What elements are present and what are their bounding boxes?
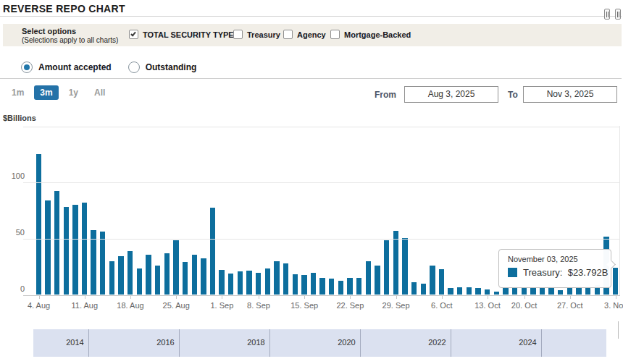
gridline-100 <box>23 182 620 183</box>
bar-oct-9[interactable] <box>467 287 472 295</box>
bar-aug-14[interactable] <box>109 261 114 295</box>
bar-oct-23[interactable] <box>548 287 553 295</box>
bar-oct-24[interactable] <box>558 290 563 295</box>
bar-sep-29[interactable] <box>393 231 398 295</box>
x-tick-mark <box>570 295 571 299</box>
x-tick-mark <box>85 295 85 299</box>
bar-aug-21[interactable] <box>155 266 160 295</box>
bar-sep-24[interactable] <box>366 261 371 295</box>
bar-aug-22[interactable] <box>164 253 170 295</box>
bar-sep-23[interactable] <box>356 278 361 295</box>
navigator-year-separator <box>541 329 542 357</box>
tooltip-series-row: Treasury: $23.792B <box>508 267 611 278</box>
bar-sep-11[interactable] <box>283 263 288 295</box>
navigator-year-2020: 2020 <box>312 338 356 347</box>
x-tick-mark <box>176 295 177 299</box>
bar-oct-27[interactable] <box>567 287 572 295</box>
chart-tooltip: November 03, 2025 Treasury: $23.792B <box>498 249 611 288</box>
bar-sep-15[interactable] <box>301 275 306 295</box>
navigator-year-separator <box>269 329 270 357</box>
x-tick-mark <box>488 295 488 299</box>
bar-sep-30[interactable] <box>402 238 407 295</box>
bar-sep-17[interactable] <box>319 278 325 295</box>
bar-oct-10[interactable] <box>475 288 480 295</box>
x-axis-line <box>23 295 620 296</box>
bar-aug-6[interactable] <box>54 191 59 295</box>
x-tick-mark <box>39 295 40 299</box>
plot-right-border <box>619 126 620 295</box>
bar-aug-4[interactable] <box>36 154 41 295</box>
bar-oct-6[interactable] <box>439 269 444 295</box>
bar-oct-21[interactable] <box>530 287 535 295</box>
bar-aug-18[interactable] <box>127 251 133 295</box>
navigator-year-2024: 2024 <box>493 338 537 347</box>
bar-oct-14[interactable] <box>485 289 490 295</box>
x-tick-mark <box>524 295 525 299</box>
x-tick-label-18-aug: 18. Aug <box>109 301 152 310</box>
navigator-year-2014: 2014 <box>41 338 84 347</box>
bar-sep-10[interactable] <box>274 261 279 295</box>
bar-sep-16[interactable] <box>311 273 316 295</box>
bar-aug-8[interactable] <box>72 205 78 295</box>
navigator-selected-window[interactable] <box>606 329 618 357</box>
gridline-150 <box>23 127 620 127</box>
bar-sep-9[interactable] <box>265 268 270 295</box>
bar-oct-20[interactable] <box>522 288 527 295</box>
bar-aug-28[interactable] <box>201 258 206 295</box>
y-tick-label-0: 0 <box>0 284 25 293</box>
navigator-year-2016: 2016 <box>131 338 175 347</box>
bar-sep-5[interactable] <box>246 271 251 295</box>
timeline-navigator[interactable]: 201420162018202020222024 <box>33 329 619 357</box>
x-tick-label-11-aug: 11. Aug <box>63 301 106 310</box>
bar-aug-19[interactable] <box>137 268 142 295</box>
bar-aug-25[interactable] <box>173 240 178 295</box>
bar-sep-8[interactable] <box>256 273 261 295</box>
x-tick-label-20-oct: 20. Oct <box>503 301 546 310</box>
tooltip-series-swatch <box>508 268 517 277</box>
x-tick-label-6-oct: 6. Oct <box>420 301 464 310</box>
bar-sep-4[interactable] <box>238 271 243 295</box>
x-tick-label-22-sep: 22. Sep <box>328 301 372 310</box>
bar-oct-7[interactable] <box>448 288 453 295</box>
bar-sep-18[interactable] <box>329 279 334 295</box>
bar-oct-1[interactable] <box>411 282 417 295</box>
x-tick-mark <box>396 295 397 299</box>
bar-aug-13[interactable] <box>100 232 105 295</box>
x-tick-mark <box>616 295 616 299</box>
gridline-50 <box>23 239 620 240</box>
bar-aug-5[interactable] <box>45 200 50 295</box>
bar-aug-12[interactable] <box>91 230 96 295</box>
bar-aug-20[interactable] <box>146 255 151 295</box>
bar-sep-19[interactable] <box>338 281 343 295</box>
bar-sep-22[interactable] <box>347 278 352 295</box>
x-tick-mark <box>350 295 351 299</box>
bar-sep-25[interactable] <box>375 266 380 295</box>
tooltip-date: November 03, 2025 <box>508 255 611 263</box>
x-tick-label-3-nov: 3. Nov <box>594 301 623 310</box>
x-tick-label-8-sep: 8. Sep <box>237 301 280 310</box>
navigator-right-stem <box>618 321 619 339</box>
bar-aug-7[interactable] <box>64 207 69 295</box>
bar-aug-29[interactable] <box>210 208 215 295</box>
bar-oct-22[interactable] <box>540 288 545 295</box>
bar-sep-3[interactable] <box>228 274 233 295</box>
y-tick-label-100: 100 <box>0 172 25 180</box>
navigator-right-handle[interactable] <box>615 9 621 20</box>
y-tick-label-50: 50 <box>0 228 25 237</box>
bar-nov-3[interactable] <box>613 268 618 295</box>
bar-aug-15[interactable] <box>118 256 123 295</box>
navigator-left-handle[interactable] <box>604 9 610 20</box>
bar-aug-11[interactable] <box>82 203 87 295</box>
x-tick-label-25-aug: 25. Aug <box>154 301 198 310</box>
bar-oct-3[interactable] <box>430 266 435 295</box>
bar-sep-12[interactable] <box>293 274 298 295</box>
bar-sep-2[interactable] <box>219 270 224 295</box>
bar-aug-27[interactable] <box>192 255 197 295</box>
navigator-year-2018: 2018 <box>222 338 265 347</box>
bar-oct-16[interactable] <box>503 287 508 295</box>
bar-aug-26[interactable] <box>183 262 188 295</box>
bar-oct-8[interactable] <box>457 287 462 295</box>
bar-sep-26[interactable] <box>384 240 389 295</box>
bar-oct-2[interactable] <box>421 284 426 295</box>
bar-oct-15[interactable] <box>494 292 499 295</box>
